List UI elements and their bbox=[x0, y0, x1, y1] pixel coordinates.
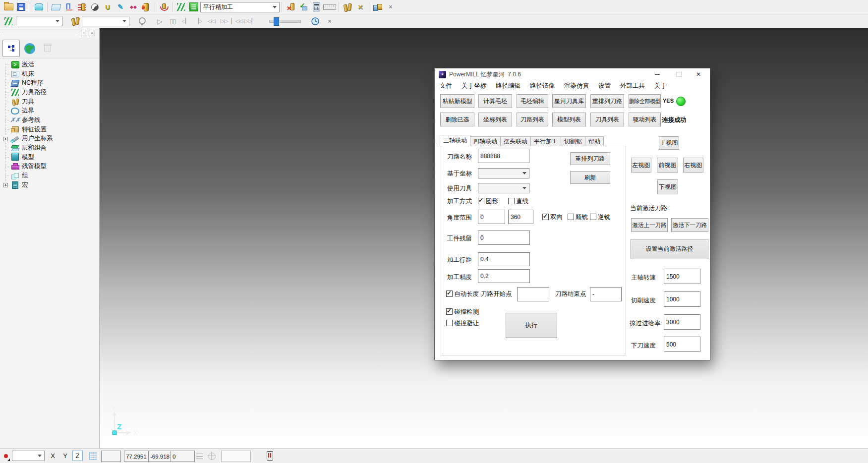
calc-block-button[interactable]: 计算毛坯 bbox=[478, 94, 512, 108]
strategy-list-icon[interactable] bbox=[188, 1, 200, 13]
coord-z-field[interactable] bbox=[171, 451, 195, 462]
coord-y-field[interactable] bbox=[148, 451, 173, 462]
tree-item-pattern[interactable]: ✗✗ 参考线 bbox=[0, 116, 99, 125]
leads-links-icon[interactable]: U bbox=[102, 1, 114, 13]
axis-x-button[interactable]: X bbox=[48, 451, 58, 461]
menu-path-edit[interactable]: 路径编辑 bbox=[494, 82, 522, 90]
plunge-speed-input[interactable] bbox=[664, 337, 700, 352]
start-point-input[interactable] bbox=[517, 287, 549, 301]
menu-external-tools[interactable]: 外部工具 bbox=[619, 82, 646, 90]
play-icon[interactable]: ▷ bbox=[154, 15, 166, 27]
stock-check-icon[interactable] bbox=[297, 1, 309, 13]
execute-button[interactable]: 执行 bbox=[506, 313, 557, 338]
pattern-icon[interactable]: ◆◆ bbox=[127, 1, 139, 13]
collision-check-icon[interactable] bbox=[158, 1, 170, 13]
tool-pair-icon[interactable] bbox=[342, 1, 353, 13]
tree-item-feature-set[interactable]: 特征设置 bbox=[0, 125, 99, 134]
grid-toggle-button[interactable] bbox=[87, 450, 99, 462]
tree-item-macro[interactable]: 宏 bbox=[0, 180, 99, 190]
conventional-checkbox[interactable] bbox=[590, 214, 596, 220]
climb-checkbox[interactable] bbox=[568, 214, 574, 220]
sim-toolpath-dropdown[interactable] bbox=[16, 16, 62, 26]
tab-3axis[interactable]: 三轴联动 bbox=[440, 135, 470, 146]
workplane-target-icon[interactable] bbox=[208, 453, 216, 460]
tree-item-tool[interactable]: 刀具 bbox=[0, 97, 99, 107]
rewind-icon[interactable]: ◁◁ bbox=[205, 15, 217, 27]
menu-settings[interactable]: 设置 bbox=[597, 82, 612, 90]
tab-saw[interactable]: 切割锯 bbox=[561, 136, 585, 146]
lightbulb-icon[interactable] bbox=[136, 15, 148, 27]
axis-y-button[interactable]: Y bbox=[60, 451, 70, 461]
feed-rate-icon[interactable] bbox=[76, 1, 88, 13]
open-icon[interactable] bbox=[2, 1, 14, 13]
delete-selected-button[interactable]: 删除已选 bbox=[440, 113, 474, 126]
tree-item-activate[interactable]: > 激活 bbox=[0, 60, 99, 69]
move-arrows-icon[interactable]: ✕ bbox=[354, 1, 366, 13]
tree-view-tab[interactable] bbox=[2, 40, 20, 57]
rearrange-toolpaths-button[interactable]: 重排列刀路 bbox=[590, 94, 624, 108]
view-top-button[interactable]: 上视图 bbox=[659, 136, 679, 150]
marker-dropdown-button[interactable] bbox=[1, 450, 10, 462]
view-front-button[interactable]: 前视图 bbox=[657, 158, 678, 173]
save-icon[interactable] bbox=[15, 1, 27, 13]
slider-handle[interactable] bbox=[274, 17, 279, 26]
globe-tab[interactable] bbox=[21, 40, 38, 57]
model-list-button[interactable]: 模型列表 bbox=[552, 113, 586, 126]
paste-new-model-button[interactable]: 粘贴新模型 bbox=[440, 94, 474, 108]
fast-forward-icon[interactable]: ▷▷ bbox=[218, 15, 230, 27]
collision-check-checkbox[interactable] bbox=[446, 308, 453, 315]
close-panel-icon[interactable]: × bbox=[89, 30, 95, 36]
examine-icon[interactable] bbox=[33, 1, 45, 13]
view-bottom-button[interactable]: 下视图 bbox=[657, 179, 678, 194]
menu-render-sim[interactable]: 渲染仿真 bbox=[563, 82, 590, 90]
tree-item-model[interactable]: 模型 bbox=[0, 153, 99, 162]
step-forward-icon[interactable]: ▕▷ bbox=[192, 15, 204, 27]
angle-from-input[interactable] bbox=[478, 210, 505, 224]
go-end-icon[interactable]: ▷▷▏ bbox=[244, 15, 256, 27]
rapid-heights-icon[interactable]: ∏ bbox=[63, 1, 75, 13]
go-start-icon[interactable]: ▏◁◁ bbox=[231, 15, 243, 27]
tree-item-workplane[interactable]: 用户坐标系 bbox=[0, 134, 99, 144]
expand-icon[interactable] bbox=[3, 183, 8, 187]
block-icon[interactable] bbox=[50, 1, 62, 13]
tool-library-button[interactable]: 星河刀具库 bbox=[552, 94, 586, 108]
maximize-button[interactable] bbox=[669, 68, 689, 80]
tree-item-machine[interactable]: 机床 bbox=[0, 69, 99, 79]
ruler-icon[interactable] bbox=[323, 1, 336, 13]
based-coord-dropdown[interactable] bbox=[478, 168, 529, 178]
coord-list-button[interactable]: 坐标列表 bbox=[478, 113, 512, 126]
drag-grip[interactable] bbox=[2, 32, 76, 34]
spindle-speed-input[interactable] bbox=[664, 269, 700, 284]
close-button[interactable]: ✕ bbox=[689, 68, 708, 80]
rearrange-button[interactable]: 重排列刀路 bbox=[570, 152, 610, 165]
tolerance-field[interactable] bbox=[221, 451, 251, 462]
strategy-dropdown[interactable]: 平行精加工 bbox=[200, 2, 280, 12]
tree-item-toolpath[interactable]: 刀具路径 bbox=[0, 88, 99, 97]
use-tool-dropdown[interactable] bbox=[478, 183, 529, 193]
tool-shaded-icon[interactable] bbox=[89, 1, 101, 13]
skim-feed-input[interactable] bbox=[664, 314, 700, 330]
toolpath-list-button[interactable]: 刀路列表 bbox=[517, 113, 548, 126]
bidirectional-checkbox[interactable] bbox=[542, 214, 549, 220]
step-back-icon[interactable]: ◁▏ bbox=[179, 15, 191, 27]
tree-item-nc-program[interactable]: NC程序 bbox=[0, 78, 99, 88]
clock-icon[interactable] bbox=[311, 17, 320, 26]
pause-icon[interactable]: ▯▯ bbox=[167, 15, 178, 27]
cutting-speed-input[interactable] bbox=[664, 291, 700, 307]
models-icon[interactable] bbox=[372, 1, 384, 13]
tab-head-swing[interactable]: 摆头联动 bbox=[501, 136, 531, 146]
angle-to-input[interactable] bbox=[508, 210, 533, 224]
menu-file[interactable]: 文件 bbox=[438, 82, 454, 90]
view-right-button[interactable]: 右视图 bbox=[683, 158, 703, 173]
refresh-button[interactable]: 刷新 bbox=[570, 171, 610, 184]
set-active-path-button[interactable]: 设置当前激活路径 bbox=[631, 239, 708, 259]
menu-coords[interactable]: 关于坐标 bbox=[460, 82, 488, 90]
sim-tool-dropdown[interactable] bbox=[82, 16, 129, 26]
tree-item-group[interactable]: 组 bbox=[0, 171, 99, 180]
progress-slider[interactable] bbox=[269, 20, 301, 23]
drive-list-button[interactable]: 驱动列表 bbox=[629, 113, 661, 126]
minimize-button[interactable] bbox=[647, 68, 667, 80]
expand-icon[interactable] bbox=[3, 137, 8, 141]
trash-tab[interactable] bbox=[39, 40, 56, 57]
xyz-list-icon[interactable] bbox=[196, 452, 203, 459]
